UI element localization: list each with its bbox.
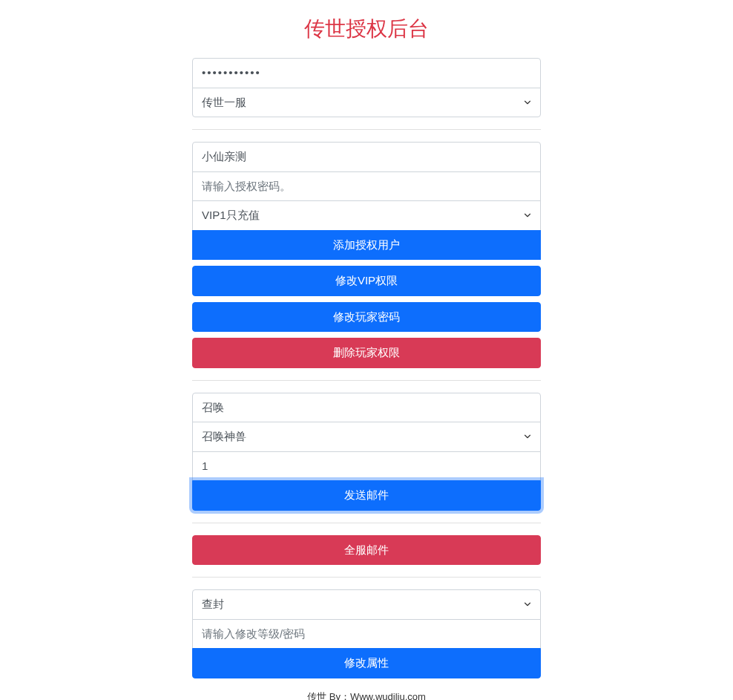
global-mail-button[interactable]: 全服邮件 xyxy=(192,535,541,566)
user-management-group: VIP1只充值 添加授权用户 修改VIP权限 修改玩家密码 删除玩家权限 xyxy=(192,142,541,381)
modify-vip-button[interactable]: 修改VIP权限 xyxy=(192,266,541,296)
modify-player-password-button[interactable]: 修改玩家密码 xyxy=(192,302,541,333)
server-auth-group: 传世一服 xyxy=(192,58,541,130)
modify-attribute-button[interactable]: 修改属性 xyxy=(192,648,541,678)
quantity-input[interactable] xyxy=(192,451,541,482)
level-password-input[interactable] xyxy=(192,619,541,650)
add-auth-user-button[interactable]: 添加授权用户 xyxy=(192,230,541,261)
auth-password-input[interactable] xyxy=(192,171,541,202)
summon-input[interactable] xyxy=(192,393,541,423)
admin-password-input[interactable] xyxy=(192,58,541,88)
delete-player-permission-button[interactable]: 删除玩家权限 xyxy=(192,338,541,368)
action-select[interactable]: 查封 xyxy=(192,589,541,620)
vip-level-select[interactable]: VIP1只充值 xyxy=(192,200,541,231)
global-mail-group: 全服邮件 xyxy=(192,535,541,578)
footer-text: 传世 By：Www.wudiliu.com xyxy=(0,690,733,701)
username-input[interactable] xyxy=(192,142,541,172)
page-title: 传世授权后台 xyxy=(0,15,733,43)
server-select[interactable]: 传世一服 xyxy=(192,88,541,118)
send-mail-button[interactable]: 发送邮件 xyxy=(192,480,541,511)
mail-group: 召唤神兽 发送邮件 xyxy=(192,393,541,523)
attribute-group: 查封 修改属性 xyxy=(192,589,541,678)
summon-select[interactable]: 召唤神兽 xyxy=(192,422,541,452)
main-container: 传世一服 VIP1只充值 添加授权用户 修改VIP权限 修改玩家密码 删除玩家权… xyxy=(192,58,541,678)
